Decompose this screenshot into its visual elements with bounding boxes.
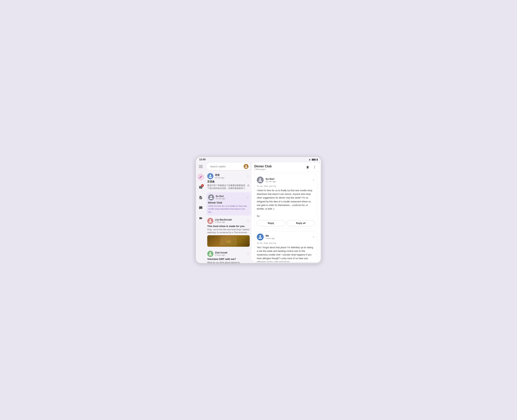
avatar [207, 251, 213, 257]
email-body: Yes! I forgot about that place! I'm defi… [257, 246, 315, 262]
msg-time: 6 hours ago [215, 254, 245, 256]
avatar [257, 177, 264, 183]
star-button[interactable]: ☆ [246, 219, 250, 223]
status-icons: ▲ ▮▮▮ ▮ [308, 158, 318, 161]
msg-subject: This food show is made for you [207, 225, 250, 228]
msg-time: 20 min ago [216, 198, 244, 200]
status-time: 12:00 [199, 158, 206, 161]
star-button[interactable]: ☆ [246, 174, 250, 178]
email-recipients: To me, Ziad, and Lily [257, 185, 315, 187]
email-header: Me 4 min ago ☆ [257, 233, 315, 240]
sidebar-menu-icon[interactable] [197, 163, 204, 170]
email-sender-time: 4 min ago [266, 237, 310, 240]
msg-sender: Lily MacDonald [215, 218, 245, 221]
right-panel: Dinner Club 3 Messages [252, 162, 320, 262]
email-star-button[interactable]: ☆ [312, 235, 315, 239]
msg-subject: Volunteer EMT with me? [207, 258, 250, 261]
msg-time: 2 hours ago [215, 221, 245, 223]
msg-meta: Lily MacDonald 2 hours ago [215, 218, 245, 223]
svg-point-8 [314, 168, 315, 168]
search-bar[interactable] [207, 163, 250, 170]
msg-sender: Ziad Aouad [215, 251, 245, 254]
more-options-button[interactable] [312, 165, 318, 170]
reply-button[interactable]: Reply [257, 220, 285, 226]
sidebar: 4 [196, 161, 206, 263]
svg-point-7 [314, 167, 315, 168]
sidebar-compose-icon[interactable] [197, 173, 204, 180]
search-input[interactable] [210, 165, 242, 168]
email-sender-name: So Duri [266, 178, 310, 180]
messages-list: 老强 10 min ago ☆ 豆花鱼 最近忙吗？昨晚我去了你最爱的那家饭馆，点… [206, 171, 252, 263]
avatar [208, 194, 214, 200]
thread-header: Dinner Club 3 Messages [252, 162, 320, 172]
msg-time: 10 min ago [215, 177, 245, 179]
svg-rect-1 [199, 166, 203, 167]
sidebar-video-icon[interactable] [197, 215, 204, 222]
email-star-button[interactable]: ☆ [312, 178, 315, 182]
email-sender-info: So Duri 20 min ago [266, 178, 310, 183]
svg-rect-2 [199, 168, 203, 168]
status-bar: 12:00 ▲ ▮▮▮ ▮ [196, 157, 321, 161]
msg-subject: Dinner Club [208, 201, 249, 204]
sidebar-inbox-icon[interactable]: 4 [197, 184, 204, 191]
avatar [207, 218, 213, 224]
email-thread: So Duri 20 min ago ☆ To me, Ziad, and Li… [252, 172, 320, 262]
msg-sender: 老强 [215, 173, 245, 177]
msg-meta: Ziad Aouad 6 hours ago [215, 251, 245, 256]
email-sender-name: Me [266, 234, 310, 237]
msg-image [207, 235, 250, 247]
avatar [207, 173, 213, 179]
email-sender-time: 20 min ago [266, 180, 310, 183]
email-card: So Duri 20 min ago ☆ To me, Ziad, and Li… [254, 174, 318, 229]
sidebar-notes-icon[interactable] [197, 194, 204, 201]
svg-rect-0 [199, 165, 203, 166]
battery-icon: ▮ [317, 158, 318, 161]
list-item[interactable]: Lily MacDonald 2 hours ago ☆ This food s… [206, 216, 252, 249]
msg-preview: What do you think about training to [207, 261, 250, 263]
email-recipients: To me, Ziad, and Lily [257, 242, 315, 244]
email-actions: Reply Reply all [257, 220, 315, 226]
thread-title-area: Dinner Club 3 Messages [254, 165, 305, 170]
msg-sender: So Duri [216, 195, 244, 198]
thread-title: Dinner Club [254, 165, 305, 168]
sidebar-chat-icon[interactable] [197, 204, 204, 211]
msg-meta: So Duri 20 min ago [216, 195, 244, 200]
list-item[interactable]: So Duri 20 min ago ☆ Dinner Club I think… [207, 192, 251, 216]
list-item[interactable]: 老强 10 min ago ☆ 豆花鱼 最近忙吗？昨晚我去了你最爱的那家饭馆，点… [206, 171, 252, 192]
svg-point-5 [226, 240, 229, 242]
msg-meta: 老强 10 min ago [215, 173, 245, 179]
star-button[interactable]: ☆ [246, 252, 250, 256]
email-body: I think it's time for us to finally try … [257, 189, 315, 218]
list-item[interactable]: Ziad Aouad 6 hours ago ☆ Volunteer EMT w… [206, 249, 252, 263]
reply-all-button[interactable]: Reply all [287, 220, 315, 226]
thread-message-count: 3 Messages [254, 168, 305, 170]
msg-preview: 最近忙吗？昨晚我去了你最爱的那家饭馆，点了他们的特色豆花鱼，吃着吃着就想你了。 [207, 184, 250, 190]
delete-button[interactable] [305, 165, 310, 170]
inbox-badge: 4 [201, 184, 204, 187]
email-card: Me 4 min ago ☆ To me, Ziad, and Lily Yes… [254, 231, 318, 262]
user-avatar[interactable] [244, 164, 249, 169]
avatar [257, 233, 264, 240]
star-button[interactable]: ☆ [246, 195, 249, 199]
signal-icon: ▮▮▮ [312, 158, 316, 161]
email-sender-info: Me 4 min ago [266, 234, 310, 240]
svg-point-4 [226, 240, 231, 243]
msg-preview: Ping– you'd love this new food show I st… [207, 228, 250, 234]
msg-preview: I think it's time for us to finally try … [208, 205, 249, 213]
svg-point-6 [314, 166, 315, 166]
email-header: So Duri 20 min ago ☆ [257, 177, 315, 183]
left-panel: 老强 10 min ago ☆ 豆花鱼 最近忙吗？昨晚我去了你最爱的那家饭馆，点… [206, 161, 252, 263]
svg-rect-3 [225, 238, 232, 244]
msg-subject: 豆花鱼 [207, 180, 250, 183]
device-frame: 12:00 ▲ ▮▮▮ ▮ 4 [195, 157, 322, 263]
app-body: 4 [196, 161, 321, 263]
thread-actions [305, 165, 318, 170]
wifi-icon: ▲ [308, 158, 311, 161]
